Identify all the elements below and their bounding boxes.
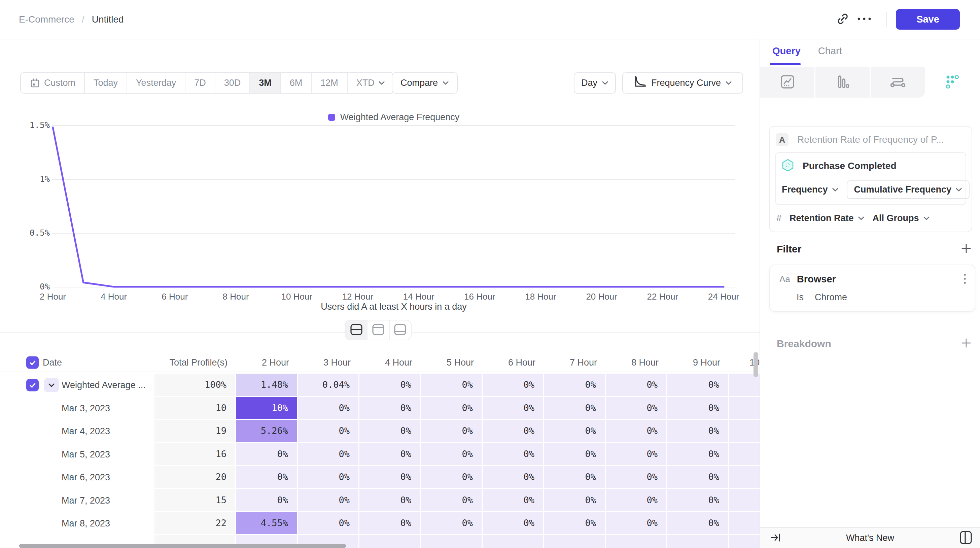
granularity-button[interactable]: Day — [574, 72, 616, 94]
column-header: 3 Hour — [298, 357, 360, 368]
layout-chart-button[interactable] — [368, 320, 390, 339]
split-view-icon — [349, 323, 363, 337]
arrow-to-bar-icon — [770, 532, 781, 544]
legend-label: Weighted Average Frequency — [340, 112, 460, 123]
tab-chart-label: Chart — [818, 45, 842, 56]
filter-value[interactable]: Chrome — [815, 292, 847, 303]
row-label: Mar 6, 2023 — [62, 472, 110, 483]
table-row: Mar 7, 2023150%0%0%0%0%0%0%0% — [0, 489, 760, 512]
range-yesterday[interactable]: Yesterday — [127, 73, 185, 93]
frequency-mode-dropdown[interactable]: Cumulative Frequency — [847, 180, 970, 199]
column-header: 4 Hour — [360, 357, 421, 368]
breadcrumb-project[interactable]: E-Commerce — [19, 14, 75, 25]
expand-row-button[interactable] — [44, 378, 59, 392]
range-3m[interactable]: 3M — [250, 73, 281, 93]
range-30d[interactable]: 30D — [215, 73, 250, 93]
y-tick-label: 1% — [14, 174, 50, 184]
report-title[interactable]: Untitled — [92, 14, 124, 25]
table-header-row: DateTotal Profile(s)2 Hour3 Hour4 Hour5 … — [0, 353, 760, 372]
analysis-type-insights[interactable] — [760, 67, 815, 98]
value-cell: 0% — [483, 466, 544, 489]
horizontal-scrollbar[interactable] — [19, 544, 346, 548]
value-cell: 4.55% — [236, 512, 298, 535]
total-cell: 22 — [154, 512, 236, 535]
chart-view-icon — [371, 323, 385, 337]
breadcrumb: E-Commerce / Untitled — [19, 0, 124, 39]
value-cell: 0% — [421, 512, 483, 535]
save-button[interactable]: Save — [896, 9, 960, 30]
compare-button[interactable]: Compare — [392, 72, 458, 94]
whats-new-link[interactable]: What's New — [781, 533, 959, 543]
metric-dropdown[interactable]: Retention Rate — [789, 213, 865, 223]
layout-table-button[interactable] — [390, 320, 411, 339]
chart-style-button[interactable]: Frequency Curve — [622, 72, 743, 94]
collapse-panel-button[interactable] — [770, 532, 781, 544]
value-cell: 0% — [483, 512, 544, 535]
table-row: Mar 6, 2023200%0%0%0%0%0%0%0% — [0, 466, 760, 489]
panel-layout-button[interactable] — [959, 530, 973, 546]
legend-swatch — [328, 114, 335, 121]
value-cell: 0% — [421, 374, 483, 397]
filter-menu-button[interactable] — [963, 272, 967, 286]
groups-label: All Groups — [873, 213, 919, 223]
value-cell: 0% — [298, 397, 360, 420]
range-today[interactable]: Today — [85, 73, 127, 93]
value-cell: 0% — [544, 397, 606, 420]
value-cell: 0% — [360, 512, 421, 535]
value-cell: 0% — [298, 512, 360, 535]
frequency-dropdown[interactable]: Frequency — [782, 185, 838, 195]
event-card[interactable]: Purchase Completed Frequency Cumulative … — [775, 152, 966, 205]
tab-query[interactable]: Query — [772, 45, 800, 65]
copy-link-button[interactable] — [832, 9, 853, 30]
value-cell: 0% — [421, 420, 483, 443]
y-tick-label: 1.5% — [14, 120, 50, 130]
date-range-control: CustomTodayYesterday7D30D3M6M12MXTD — [20, 72, 395, 94]
analysis-type-flows[interactable] — [870, 67, 925, 98]
gridline — [52, 179, 735, 180]
value-cell — [483, 535, 544, 548]
value-cell: 0% — [360, 374, 421, 397]
value-cell: 0% — [421, 397, 483, 420]
value-cell — [729, 374, 760, 397]
groups-dropdown[interactable]: All Groups — [873, 213, 930, 223]
range-xtd[interactable]: XTD — [348, 73, 394, 93]
report-canvas: CustomTodayYesterday7D30D3M6M12MXTD Comp… — [0, 39, 760, 548]
value-cell: 0% — [360, 420, 421, 443]
analysis-type-retention[interactable] — [925, 67, 980, 98]
add-filter-button[interactable] — [961, 243, 972, 255]
value-cell: 0% — [606, 420, 667, 443]
value-cell: 0% — [606, 397, 667, 420]
chevron-down-icon — [442, 81, 449, 85]
more-menu-button[interactable] — [853, 9, 875, 30]
value-cell — [729, 397, 760, 420]
chart-legend[interactable]: Weighted Average Frequency — [52, 112, 735, 123]
add-breakdown-button[interactable] — [961, 337, 972, 350]
filter-card[interactable]: Aa Browser Is Chrome — [769, 264, 975, 312]
analysis-type-funnels[interactable] — [815, 67, 870, 98]
event-hexagon-icon — [782, 159, 794, 173]
select-all-checkbox[interactable] — [26, 357, 39, 369]
column-header: 6 Hour — [483, 357, 544, 368]
range-7d[interactable]: 7D — [185, 73, 215, 93]
value-cell: 0% — [236, 489, 298, 512]
layout-split-button[interactable] — [345, 320, 368, 339]
vertical-scrollbar[interactable] — [754, 352, 758, 377]
query-panel: Query Chart — [760, 39, 980, 548]
filter-operator[interactable]: Is — [797, 292, 803, 303]
value-cell: 0% — [667, 443, 729, 466]
bar-chart-icon — [835, 74, 851, 91]
tab-chart[interactable]: Chart — [818, 45, 842, 65]
chevron-down-icon — [858, 216, 865, 220]
range-custom[interactable]: Custom — [21, 73, 85, 93]
gridline — [52, 287, 735, 287]
filter-property: Browser — [797, 274, 956, 285]
value-cell: 5.26% — [236, 420, 298, 443]
line-chart-icon — [780, 74, 795, 91]
column-header: 2 Hour — [236, 357, 298, 368]
value-cell: 0% — [606, 489, 667, 512]
step-title[interactable]: Retention Rate of Frequency of P... — [797, 134, 943, 145]
range-6m[interactable]: 6M — [281, 73, 312, 93]
row-checkbox[interactable] — [26, 379, 39, 392]
range-12m[interactable]: 12M — [312, 73, 348, 93]
total-cell: 15 — [154, 489, 236, 512]
